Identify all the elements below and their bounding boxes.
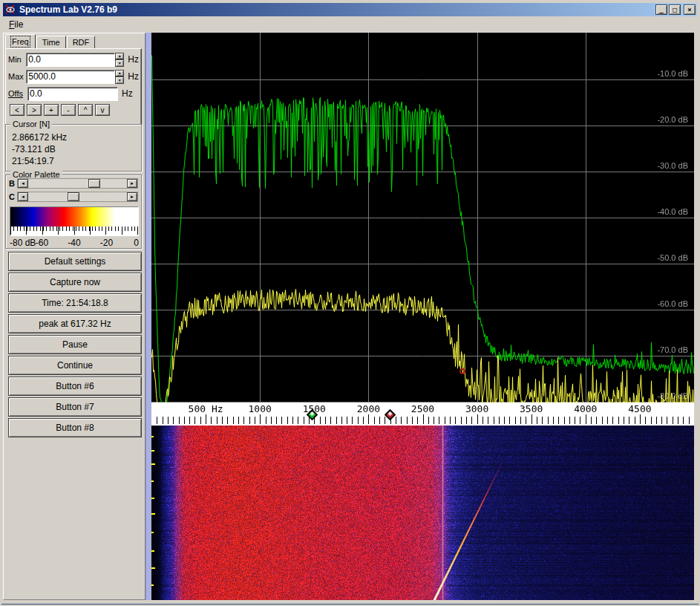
nav-button-1[interactable]: > xyxy=(27,104,42,116)
palette-major-tick xyxy=(137,227,138,235)
min-frequency-row: Min ▲ ▼ Hz xyxy=(8,52,139,67)
brightness-slider-label: B xyxy=(9,179,17,188)
min-spinner: ▲ ▼ xyxy=(115,53,124,67)
title-bar[interactable]: Spectrum Lab V2.76 b9 _ □ × xyxy=(3,3,697,16)
min-unit-label: Hz xyxy=(128,54,139,65)
cursor-info-group: Cursor [N] 2.866172 kHz -73.121 dB 21:54… xyxy=(5,124,142,172)
frequency-label-500: 500 Hz xyxy=(189,403,223,414)
max-unit-label: Hz xyxy=(128,71,139,82)
frequency-label-1000: 1000 xyxy=(249,403,272,414)
offset-frequency-input[interactable] xyxy=(27,87,118,101)
frequency-label-4500: 4500 xyxy=(628,403,651,414)
cursor-group-title: Cursor [N] xyxy=(10,120,52,128)
palette-scale-label: 0 xyxy=(134,238,139,248)
palette-gradient-box xyxy=(10,206,139,236)
waterfall-display[interactable] xyxy=(151,426,694,600)
frequency-label-3500: 3500 xyxy=(520,403,543,414)
palette-gradient-bar xyxy=(10,207,138,227)
app-window: Spectrum Lab V2.76 b9 _ □ × File FreqTim… xyxy=(0,0,700,606)
nav-button-5[interactable]: v xyxy=(95,104,110,116)
frequency-scale[interactable]: 500 Hz10001500200025003000350040004500 xyxy=(151,403,694,426)
brightness-scrollbar[interactable]: ◄ ► xyxy=(17,178,138,189)
action-button-capture-now[interactable]: Capture now xyxy=(8,273,142,292)
frequency-label-2500: 2500 xyxy=(411,403,434,414)
offset-label[interactable]: Offs xyxy=(8,89,27,98)
min-spinner-down-icon[interactable]: ▼ xyxy=(115,59,124,67)
window-controls: _ □ × xyxy=(655,4,696,15)
tab-strip: FreqTimeRDF xyxy=(5,35,96,48)
action-button-button-8[interactable]: Button #8 xyxy=(8,418,142,437)
contrast-slider-label: C xyxy=(9,192,17,201)
brightness-scroll-right-icon[interactable]: ► xyxy=(127,179,137,188)
control-panel: FreqTimeRDF Min ▲ ▼ Hz Max ▲ ▼ Hz xyxy=(3,33,145,600)
min-frequency-input[interactable] xyxy=(26,53,115,67)
color-palette-group: Color Palette B ◄ ► C ◄ ► xyxy=(5,175,142,249)
frequency-label-4000: 4000 xyxy=(574,403,597,414)
tab-time[interactable]: Time xyxy=(36,36,66,48)
menu-file[interactable]: File xyxy=(3,18,29,31)
frequency-nav-buttons: <>+-^v xyxy=(10,104,139,116)
waterfall-canvas[interactable] xyxy=(151,426,694,600)
palette-major-tick xyxy=(105,227,106,235)
contrast-scrollbar-thumb[interactable] xyxy=(68,192,79,201)
frequency-label-2000: 2000 xyxy=(357,403,380,414)
palette-major-tick xyxy=(74,227,75,235)
palette-scale-label: -20 xyxy=(100,238,113,248)
palette-major-tick xyxy=(122,227,122,235)
palette-scale-label: -80 dB xyxy=(10,238,36,248)
action-button-continue[interactable]: Continue xyxy=(8,356,142,375)
window-title: Spectrum Lab V2.76 b9 xyxy=(19,4,655,15)
contrast-slider-row: C ◄ ► xyxy=(9,192,138,202)
action-button-time-21-54-18-8[interactable]: Time: 21:54:18.8 xyxy=(8,293,142,313)
maximize-button[interactable]: □ xyxy=(669,4,681,15)
contrast-scrollbar[interactable]: ◄ ► xyxy=(17,192,138,202)
nav-button-0[interactable]: < xyxy=(10,104,24,116)
tab-rdf[interactable]: RDF xyxy=(67,36,96,48)
max-spinner: ▲ ▼ xyxy=(115,70,124,84)
close-button[interactable]: × xyxy=(684,4,696,15)
brightness-slider-row: B ◄ ► xyxy=(9,178,138,189)
cursor-level-readout: -73.121 dB xyxy=(12,144,141,154)
nav-button-2[interactable]: + xyxy=(44,104,59,116)
menu-bar: File xyxy=(3,17,697,32)
tab-label: RDF xyxy=(73,38,90,47)
tab-freq[interactable]: Freq xyxy=(5,34,36,48)
action-button-button-7[interactable]: Button #7 xyxy=(8,397,142,417)
tab-label: Time xyxy=(42,38,60,47)
palette-major-tick xyxy=(26,227,27,235)
contrast-scroll-left-icon[interactable]: ◄ xyxy=(18,192,28,201)
max-frequency-row: Max ▲ ▼ Hz xyxy=(8,69,139,84)
min-spinner-up-icon[interactable]: ▲ xyxy=(115,53,124,60)
max-label: Max xyxy=(8,72,26,81)
cursor-frequency-readout: 2.866172 kHz xyxy=(12,132,141,143)
contrast-scroll-right-icon[interactable]: ► xyxy=(127,192,137,201)
spectrum-canvas[interactable] xyxy=(151,33,694,403)
cursor-time-readout: 21:54:19.7 xyxy=(12,156,141,166)
panel-splitter[interactable] xyxy=(145,33,151,600)
min-label: Min xyxy=(8,55,26,64)
offset-unit-label: Hz xyxy=(122,88,133,99)
minimize-button[interactable]: _ xyxy=(655,4,667,15)
palette-scale-label: -60 xyxy=(36,238,48,248)
max-spinner-down-icon[interactable]: ▼ xyxy=(115,76,124,84)
action-button-pause[interactable]: Pause xyxy=(8,335,142,354)
palette-major-tick xyxy=(10,227,11,235)
palette-scale-labels: -80 dB-60-40-200 xyxy=(10,238,139,247)
action-button-column: Default settingsCapture nowTime: 21:54:1… xyxy=(8,252,142,439)
palette-major-tick xyxy=(42,227,43,235)
nav-button-4[interactable]: ^ xyxy=(78,104,93,116)
action-button-button-6[interactable]: Button #6 xyxy=(8,377,142,396)
offset-frequency-row: Offs Hz xyxy=(8,86,139,101)
frequency-label-3000: 3000 xyxy=(465,403,488,414)
action-button-peak-at-617-32-hz[interactable]: peak at 617.32 Hz xyxy=(8,314,142,333)
brightness-scrollbar-thumb[interactable] xyxy=(88,179,100,188)
palette-major-tick xyxy=(58,227,59,235)
palette-major-tick xyxy=(90,227,91,235)
max-frequency-input[interactable] xyxy=(26,70,115,84)
max-spinner-up-icon[interactable]: ▲ xyxy=(115,70,124,77)
brightness-scroll-left-icon[interactable]: ◄ xyxy=(18,179,28,188)
action-button-default-settings[interactable]: Default settings xyxy=(8,252,142,271)
tab-label: Freq xyxy=(12,37,29,46)
spectrum-display[interactable] xyxy=(151,33,694,403)
nav-button-3[interactable]: - xyxy=(61,104,76,116)
